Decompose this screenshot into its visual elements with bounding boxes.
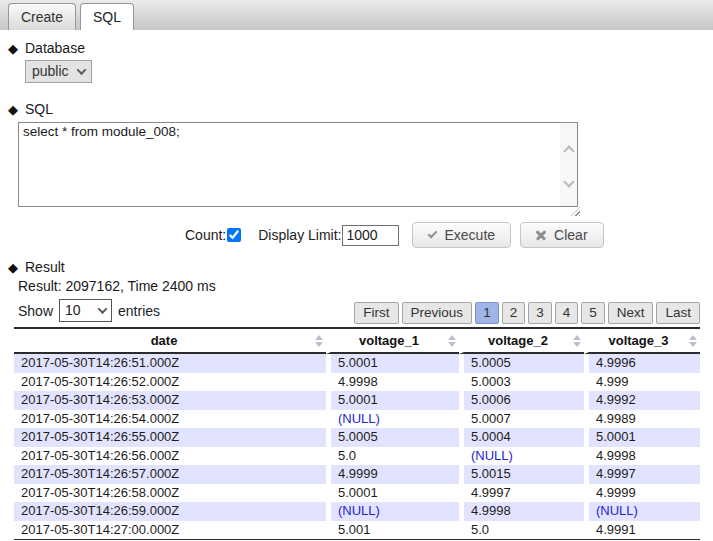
table-cell: 5.0004 (459, 428, 584, 447)
result-table: datevoltage_1voltage_2voltage_3 2017-05-… (14, 327, 700, 540)
page-length-value: 10 (65, 302, 81, 318)
table-cell: (NULL) (459, 447, 584, 466)
column-label: date (151, 333, 178, 348)
next-page-button[interactable]: Next (608, 302, 654, 324)
table-cell: 2017-05-30T14:26:58.000Z (14, 484, 326, 503)
table-cell: 4.9997 (584, 465, 700, 484)
table-cell: 4.9989 (584, 410, 700, 429)
table-row: 2017-05-30T14:26:58.000Z5.00014.99974.99… (14, 484, 700, 503)
column-header-voltage_2[interactable]: voltage_2 (459, 329, 584, 354)
tab-create[interactable]: Create (8, 3, 76, 30)
result-table-header: datevoltage_1voltage_2voltage_3 (14, 329, 700, 354)
table-cell: 2017-05-30T14:26:59.000Z (14, 502, 326, 521)
table-cell: 2017-05-30T14:26:52.000Z (14, 373, 326, 392)
table-cell: 2017-05-30T14:26:56.000Z (14, 447, 326, 466)
display-limit-label: Display Limit: (258, 227, 341, 243)
column-label: voltage_3 (609, 333, 669, 348)
entries-label: entries (118, 303, 160, 319)
table-cell: 4.9996 (584, 354, 700, 373)
table-row: 2017-05-30T14:26:57.000Z4.99995.00154.99… (14, 465, 700, 484)
column-label: voltage_2 (488, 333, 548, 348)
textarea-scrollbar[interactable] (560, 123, 577, 206)
table-row: 2017-05-30T14:26:52.000Z4.99985.00034.99… (14, 373, 700, 392)
sort-icon (315, 335, 323, 347)
table-cell: 5.0007 (459, 410, 584, 429)
chevron-down-icon (98, 304, 108, 314)
x-icon (536, 230, 546, 240)
table-cell: 4.9998 (326, 373, 459, 392)
check-icon (427, 229, 437, 239)
sql-heading: ◆ SQL (8, 101, 713, 117)
sql-editor-box: select * from module_008; (18, 122, 578, 207)
database-heading-label: Database (25, 40, 85, 56)
result-summary: Result: 2097162, Time 2400 ms (18, 278, 713, 294)
page-button-5[interactable]: 5 (581, 302, 605, 324)
table-cell: 2017-05-30T14:26:55.000Z (14, 428, 326, 447)
result-heading-label: Result (25, 259, 65, 275)
count-label: Count: (185, 227, 226, 243)
page-button-4[interactable]: 4 (555, 302, 579, 324)
last-page-button[interactable]: Last (656, 302, 700, 324)
pagination: First Previous 12345 Next Last (354, 302, 700, 324)
table-cell: 4.9999 (326, 465, 459, 484)
page-button-2[interactable]: 2 (502, 302, 526, 324)
table-row: 2017-05-30T14:26:51.000Z5.00015.00054.99… (14, 354, 700, 373)
table-cell: 5.0015 (459, 465, 584, 484)
page-button-3[interactable]: 3 (528, 302, 552, 324)
table-row: 2017-05-30T14:26:54.000Z(NULL)5.00074.99… (14, 410, 700, 429)
diamond-icon: ◆ (8, 103, 18, 116)
first-page-button[interactable]: First (354, 302, 398, 324)
table-cell: (NULL) (326, 410, 459, 429)
table-cell: 2017-05-30T14:26:51.000Z (14, 354, 326, 373)
diamond-icon: ◆ (8, 42, 18, 55)
execute-button-label: Execute (445, 227, 496, 243)
result-table-body: 2017-05-30T14:26:51.000Z5.00015.00054.99… (14, 354, 700, 539)
table-cell: 5.0001 (326, 391, 459, 410)
table-cell: (NULL) (584, 502, 700, 521)
sql-heading-label: SQL (25, 101, 53, 117)
result-heading: ◆ Result (8, 259, 713, 275)
page-length-control: Show 10 entries (18, 299, 160, 324)
execute-button[interactable]: Execute (412, 222, 512, 248)
database-select-value: public (32, 63, 69, 79)
table-cell: 5.001 (326, 521, 459, 540)
column-label: voltage_1 (359, 333, 419, 348)
table-controls-row: Show 10 entries First Previous 12345 Nex… (18, 299, 700, 324)
tab-sql[interactable]: SQL (80, 3, 134, 30)
resize-handle-icon[interactable] (571, 207, 580, 216)
column-header-date[interactable]: date (14, 329, 326, 354)
clear-button-label: Clear (554, 227, 587, 243)
sort-icon (689, 335, 697, 347)
table-cell: 4.9998 (584, 447, 700, 466)
page-number-buttons: 12345 (475, 302, 605, 324)
column-header-voltage_1[interactable]: voltage_1 (326, 329, 459, 354)
table-row: 2017-05-30T14:26:53.000Z5.00015.00064.99… (14, 391, 700, 410)
table-row: 2017-05-30T14:27:00.000Z5.0015.04.9991 (14, 521, 700, 540)
query-controls: Count: Display Limit: Execute Clear (185, 222, 713, 248)
clear-button[interactable]: Clear (520, 222, 603, 248)
table-cell: 5.0005 (459, 354, 584, 373)
show-label: Show (18, 303, 53, 319)
database-select[interactable]: public (25, 60, 92, 83)
table-cell: 5.0003 (459, 373, 584, 392)
display-limit-input[interactable] (342, 225, 399, 246)
table-cell: 4.9997 (459, 484, 584, 503)
table-cell: 2017-05-30T14:26:54.000Z (14, 410, 326, 429)
table-row: 2017-05-30T14:26:59.000Z(NULL)4.9998(NUL… (14, 502, 700, 521)
page-length-select[interactable]: 10 (59, 299, 112, 322)
table-cell: 4.999 (584, 373, 700, 392)
table-cell: 5.0001 (326, 354, 459, 373)
table-cell: 5.0001 (584, 428, 700, 447)
table-cell: 4.9991 (584, 521, 700, 540)
table-cell: 2017-05-30T14:26:57.000Z (14, 465, 326, 484)
database-heading: ◆ Database (8, 40, 713, 56)
scroll-up-icon[interactable] (563, 145, 574, 156)
previous-page-button[interactable]: Previous (402, 302, 473, 324)
table-cell: 4.9999 (584, 484, 700, 503)
scroll-down-icon[interactable] (563, 176, 574, 187)
page-button-1[interactable]: 1 (475, 302, 499, 324)
sort-icon (573, 335, 581, 347)
count-checkbox[interactable] (227, 228, 241, 242)
sql-query-input[interactable]: select * from module_008; (19, 123, 560, 206)
column-header-voltage_3[interactable]: voltage_3 (584, 329, 700, 354)
